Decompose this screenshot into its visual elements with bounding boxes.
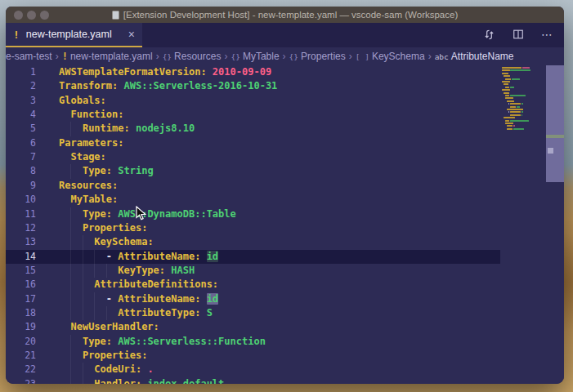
line-number: 19 [6,320,36,334]
code-line-17[interactable]: 17 - AttributeName: id [6,292,500,306]
breadcrumb: e-sam-test›!new-template.yaml›{}Resource… [6,47,564,65]
overview-ruler-mark [546,135,564,138]
code-line-10[interactable]: 10 MyTable: [6,193,500,207]
breadcrumb-item-mytable[interactable]: {}MyTable [231,51,279,62]
breadcrumb-item-attributename[interactable]: abcAttributeName [435,51,514,62]
minimap-line [502,78,544,80]
line-number: 15 [6,264,36,278]
code-line-7[interactable]: 7 Stage: [6,150,500,164]
open-changes-icon[interactable] [483,29,495,41]
code-text: Properties: [59,221,147,235]
object-symbol-icon: {} [231,52,239,61]
line-number: 1 [6,65,36,79]
minimap-line [502,122,544,124]
window-controls [14,11,49,20]
code-line-13[interactable]: 13 KeySchema: [6,235,500,249]
code-line-12[interactable]: 12 Properties: [6,221,500,235]
code-line-11[interactable]: 11 Type: AWS::DynamoDB::Table [6,207,500,221]
breadcrumb-item-properties[interactable]: {}Properties [289,51,346,62]
close-window-button[interactable] [14,11,23,20]
code-line-14[interactable]: 14 - AttributeName: id [6,250,500,264]
minimap-line [502,81,544,82]
code-text: Parameters: [59,136,123,150]
breadcrumb-separator: › [156,51,159,62]
breadcrumb-item-keyschema[interactable]: [ ]KeySchema [356,51,425,62]
line-number: 11 [6,207,36,221]
string-symbol-icon: abc [435,52,449,61]
breadcrumb-label: MyTable [243,51,280,62]
line-number: 13 [6,235,36,249]
code-line-4[interactable]: 4 Function: [6,108,500,122]
minimap-line [502,75,544,77]
line-number: 22 [6,363,36,376]
code-text: NewUserHandler: [59,320,159,334]
breadcrumb-item-new-template-yaml[interactable]: !new-template.yaml [62,51,153,62]
code-line-1[interactable]: 1AWSTemplateFormatVersion: 2010-09-09 [6,65,500,79]
title-bar[interactable]: [Extension Development Host] - new-templ… [6,7,564,23]
code-text: MyTable: [59,193,118,207]
code-line-19[interactable]: 19 NewUserHandler: [6,320,500,334]
code-text: - AttributeName: id [59,292,218,306]
code-text: Handler: index.default [59,377,224,384]
code-text: Type: String [59,164,154,178]
scrollbar [546,65,564,384]
line-number: 3 [6,94,36,108]
code-text: Resources: [59,179,118,193]
line-number: 2 [6,79,36,93]
code-line-9[interactable]: 9Resources: [6,179,500,193]
code-line-5[interactable]: 5 Runtime: nodejs8.10 [6,122,500,136]
code-line-23[interactable]: 23 Handler: index.default [6,377,500,384]
breadcrumb-item-e-sam-test[interactable]: e-sam-test [6,51,52,62]
more-actions-icon[interactable]: ⋯ [541,28,553,41]
breadcrumb-label: Resources [174,51,221,62]
breadcrumb-label: AttributeName [451,51,514,62]
split-editor-icon[interactable] [513,29,524,40]
code-line-15[interactable]: 15 KeyType: HASH [6,264,500,278]
line-number: 4 [6,108,36,122]
minimap-line [502,97,544,99]
code-line-16[interactable]: 16 AttributeDefinitions: [6,278,500,292]
code-line-3[interactable]: 3Globals: [6,94,500,108]
screen: [Extension Development Host] - new-templ… [0,0,573,392]
code-text: Type: AWS::DynamoDB::Table [59,207,236,221]
code-text: Transform: AWS::Serverless-2016-10-31 [59,79,277,93]
minimap[interactable] [500,65,546,384]
code-line-6[interactable]: 6Parameters: [6,136,500,150]
document-icon [112,11,119,20]
line-number: 6 [6,136,36,150]
code-editor[interactable]: 1AWSTemplateFormatVersion: 2010-09-092Tr… [6,65,564,384]
code-text: Function: [59,108,123,122]
line-number: 10 [6,193,36,207]
code-line-8[interactable]: 8 Type: String [6,164,500,178]
array-symbol-icon: [ ] [356,52,369,61]
maximize-window-button[interactable] [40,11,49,20]
minimap-line [502,109,544,110]
mouse-cursor [136,206,146,225]
line-number: 8 [6,164,36,178]
breadcrumb-separator: › [56,51,59,62]
window-title-area: [Extension Development Host] - new-templ… [112,10,458,20]
breadcrumb-label: Properties [301,51,346,62]
minimap-line [502,120,544,122]
line-number: 20 [6,335,36,349]
code-text: AWSTemplateFormatVersion: 2010-09-09 [59,65,271,79]
line-number: 23 [6,377,36,384]
breadcrumb-label: KeySchema [372,51,425,62]
breadcrumb-item-resources[interactable]: {}Resources [163,51,222,62]
code-text: Stage: [59,150,106,164]
tab-new-template-yaml[interactable]: ! new-template.yaml × [6,23,142,47]
close-tab-icon[interactable]: × [128,29,135,40]
code-line-18[interactable]: 18 AttributeType: S [6,306,500,320]
code-line-20[interactable]: 20 Type: AWS::Serverless::Function [6,335,500,349]
minimap-line [502,103,544,105]
minimap-line [502,117,544,118]
scrollbar-thumb[interactable] [546,65,564,182]
code-text: KeyType: HASH [59,264,195,278]
minimize-window-button[interactable] [27,11,36,20]
code-text: Runtime: nodejs8.10 [59,122,195,136]
minimap-line [502,92,544,94]
code-line-2[interactable]: 2Transform: AWS::Serverless-2016-10-31 [6,79,500,93]
code-line-22[interactable]: 22 CodeUri: . [6,363,500,376]
code-line-21[interactable]: 21 Properties: [6,349,500,363]
minimap-line [502,114,544,116]
